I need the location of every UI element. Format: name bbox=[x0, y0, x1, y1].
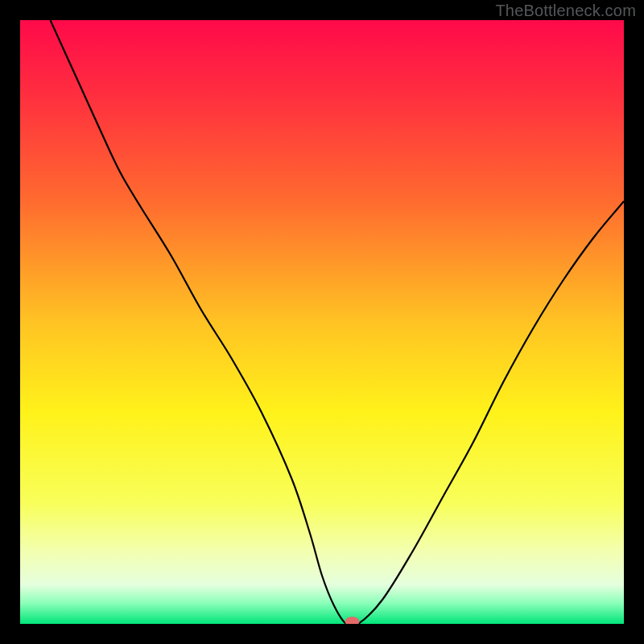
watermark-label: TheBottleneck.com bbox=[495, 2, 636, 20]
chart-frame: TheBottleneck.com bbox=[0, 0, 644, 644]
gradient-background bbox=[20, 20, 624, 624]
bottleneck-chart bbox=[20, 20, 624, 624]
